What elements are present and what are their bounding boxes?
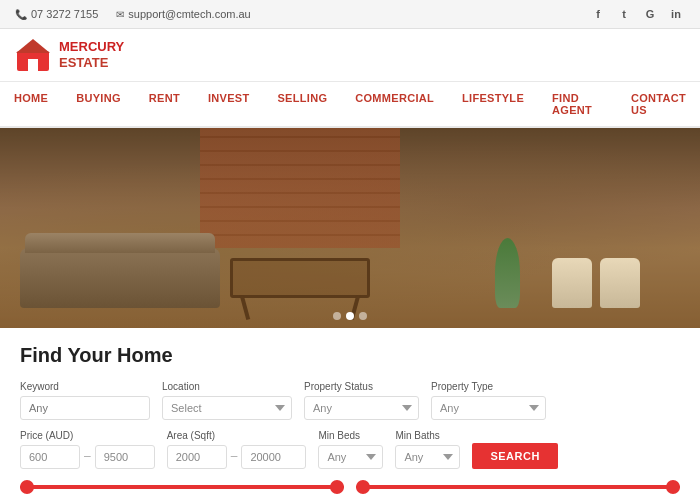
search-panel: Find Your Home Keyword Location Select P… (0, 328, 700, 500)
area-slider-fill (356, 485, 680, 489)
price-separator: – (84, 449, 91, 469)
status-select[interactable]: Any (304, 396, 419, 420)
topbar: 07 3272 7155 support@cmtech.com.au f t G… (0, 0, 700, 29)
keyword-group: Keyword (20, 381, 150, 420)
area-slider[interactable] (356, 479, 680, 495)
google-icon[interactable]: G (641, 5, 659, 23)
price-label: Price (AUD) (20, 430, 155, 441)
sliders-row (20, 479, 680, 495)
phone-number: 07 3272 7155 (31, 8, 98, 20)
nav-commercial[interactable]: COMMERCIAL (341, 82, 448, 126)
email-address: support@cmtech.com.au (128, 8, 250, 20)
baths-label: Min Baths (395, 430, 460, 441)
type-select[interactable]: Any (431, 396, 546, 420)
area-separator: – (231, 449, 238, 469)
price-group: Price (AUD) – (20, 430, 155, 469)
dot-2[interactable] (346, 312, 354, 320)
dot-1[interactable] (333, 312, 341, 320)
price-slider-fill (20, 485, 344, 489)
logo[interactable]: MERCURY ESTATE (15, 37, 124, 73)
logo-name: MERCURY (59, 39, 124, 54)
slider-dots (333, 312, 367, 320)
plant-decoration (495, 238, 520, 308)
keyword-input[interactable] (20, 396, 150, 420)
facebook-icon[interactable]: f (589, 5, 607, 23)
status-label: Property Status (304, 381, 419, 392)
dot-3[interactable] (359, 312, 367, 320)
social-links: f t G in (589, 5, 685, 23)
nav-buying[interactable]: BUYING (62, 82, 135, 126)
baths-select[interactable]: Any (395, 445, 460, 469)
beds-select[interactable]: Any (318, 445, 383, 469)
price-max-input[interactable] (95, 445, 155, 469)
type-label: Property Type (431, 381, 546, 392)
sofa-decoration (20, 248, 220, 308)
phone-info: 07 3272 7155 (15, 8, 98, 20)
price-min-input[interactable] (20, 445, 80, 469)
nav-find-agent[interactable]: FIND AGENT (538, 82, 617, 126)
search-title: Find Your Home (20, 344, 680, 367)
svg-rect-2 (28, 59, 38, 71)
price-slider-track (20, 485, 344, 489)
area-slider-track (356, 485, 680, 489)
location-group: Location Select (162, 381, 292, 420)
phone-icon (15, 8, 27, 20)
logo-text: MERCURY ESTATE (59, 39, 124, 70)
nav-lifestyle[interactable]: LIFESTYLE (448, 82, 538, 126)
area-min-input[interactable] (167, 445, 227, 469)
chair-2 (600, 258, 640, 308)
baths-group: Min Baths Any (395, 430, 460, 469)
table-decoration (230, 258, 370, 298)
search-row-1: Keyword Location Select Property Status … (20, 381, 680, 420)
area-slider-thumb-left[interactable] (356, 480, 370, 494)
chair-1 (552, 258, 592, 308)
area-slider-thumb-right[interactable] (666, 480, 680, 494)
hero-banner (0, 128, 700, 328)
type-group: Property Type Any (431, 381, 546, 420)
location-label: Location (162, 381, 292, 392)
price-slider-thumb-right[interactable] (330, 480, 344, 494)
nav-selling[interactable]: SELLING (263, 82, 341, 126)
nav-home[interactable]: HOME (0, 82, 62, 126)
keyword-label: Keyword (20, 381, 150, 392)
beds-group: Min Beds Any (318, 430, 383, 469)
main-nav: HOME BUYING RENT INVEST SELLING COMMERCI… (0, 82, 700, 128)
nav-rent[interactable]: RENT (135, 82, 194, 126)
email-info: support@cmtech.com.au (116, 8, 250, 20)
search-button[interactable]: SEARCH (472, 443, 557, 469)
site-header: MERCURY ESTATE (0, 29, 700, 82)
svg-marker-1 (16, 39, 50, 53)
price-slider-thumb-left[interactable] (20, 480, 34, 494)
brick-wall (200, 128, 400, 248)
topbar-contact: 07 3272 7155 support@cmtech.com.au (15, 8, 251, 20)
linkedin-icon[interactable]: in (667, 5, 685, 23)
email-icon (116, 8, 124, 20)
location-select[interactable]: Select (162, 396, 292, 420)
area-max-input[interactable] (241, 445, 306, 469)
nav-contact[interactable]: CONTACT US (617, 82, 700, 126)
area-group: Area (Sqft) – (167, 430, 307, 469)
status-group: Property Status Any (304, 381, 419, 420)
logo-sub: ESTATE (59, 55, 124, 71)
price-slider[interactable] (20, 479, 344, 495)
twitter-icon[interactable]: t (615, 5, 633, 23)
logo-icon (15, 37, 51, 73)
search-row-2: Price (AUD) – Area (Sqft) – Min Beds Any… (20, 430, 680, 469)
nav-invest[interactable]: INVEST (194, 82, 264, 126)
chairs-decoration (552, 258, 640, 308)
beds-label: Min Beds (318, 430, 383, 441)
area-label: Area (Sqft) (167, 430, 307, 441)
